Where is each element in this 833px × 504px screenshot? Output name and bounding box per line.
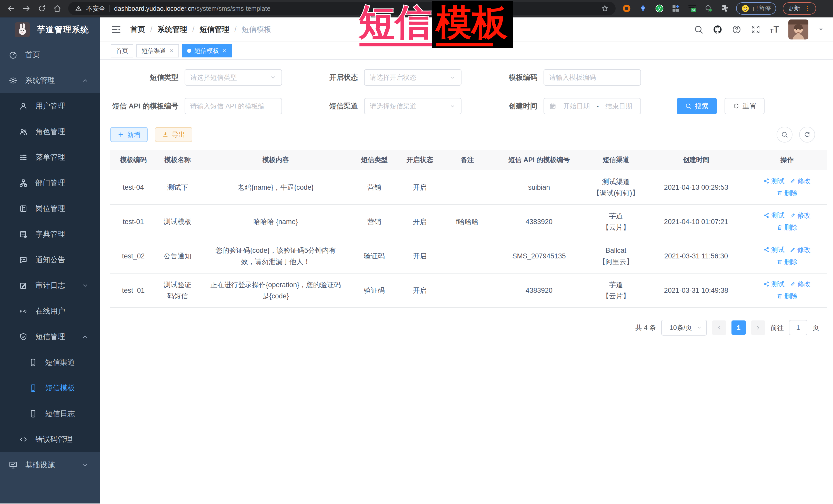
edit-link[interactable]: 修改 xyxy=(790,175,811,187)
breadcrumb-item[interactable]: 系统管理 xyxy=(158,24,187,34)
test-link[interactable]: 测试 xyxy=(763,210,785,221)
extension-tiles-icon[interactable] xyxy=(671,4,680,13)
help-icon[interactable] xyxy=(732,25,741,34)
close-icon[interactable]: × xyxy=(222,48,227,54)
download-icon xyxy=(162,131,169,138)
sidebar-item[interactable]: 短信日志 xyxy=(0,401,100,427)
chevron-up-icon xyxy=(81,77,89,84)
announce-icon xyxy=(19,256,28,264)
page-size-select[interactable]: 10条/页 xyxy=(661,320,707,336)
toggle-search-button[interactable] xyxy=(777,127,792,143)
breadcrumb-item[interactable]: 短信管理 xyxy=(199,24,229,34)
extension-ring-icon[interactable] xyxy=(622,4,631,13)
api-template-id-input[interactable] xyxy=(185,98,282,114)
sidebar-item-label: 错误码管理 xyxy=(35,434,73,445)
delete-link[interactable]: 删除 xyxy=(777,187,798,199)
channel-select[interactable]: 请选择短信渠道 xyxy=(364,98,461,114)
extensions-puzzle-icon[interactable] xyxy=(721,4,730,13)
tab-sms-channel[interactable]: 短信渠道 × xyxy=(136,44,179,57)
sms-type-select[interactable]: 请选择短信类型 xyxy=(185,69,282,86)
sms-template-table: 模板编码 模板名称 模板内容 短信类型 开启状态 备注 短信 API 的模板编号… xyxy=(110,150,827,308)
test-link[interactable]: 测试 xyxy=(763,279,785,290)
prev-page-button[interactable] xyxy=(712,320,727,335)
plus-icon xyxy=(117,131,124,138)
cell-sms-type: 验证码 xyxy=(353,239,396,273)
next-page-button[interactable] xyxy=(751,320,765,335)
reset-button[interactable]: 重置 xyxy=(724,98,765,114)
sidebar-item[interactable]: 岗位管理 xyxy=(0,196,100,221)
hamburger-icon[interactable] xyxy=(111,24,121,35)
sidebar-item[interactable]: 角色管理 xyxy=(0,119,100,145)
chevron-down-icon[interactable] xyxy=(817,26,824,33)
goto-page-input[interactable] xyxy=(789,320,807,335)
sidebar-item[interactable]: 短信管理 xyxy=(0,324,100,350)
template-code-input[interactable] xyxy=(544,69,641,86)
tab-home[interactable]: 首页 xyxy=(111,44,133,57)
cell-template-code: test-01 xyxy=(110,205,157,239)
current-page-button[interactable]: 1 xyxy=(732,320,746,335)
reload-icon[interactable] xyxy=(38,4,46,13)
extension-on-icon[interactable]: on xyxy=(688,4,697,13)
date-range-picker[interactable]: 开始日期 - 结束日期 xyxy=(544,98,641,114)
cell-status: 开启 xyxy=(396,205,444,239)
app-logo xyxy=(15,22,30,37)
cell-template-code: test-04 xyxy=(110,170,157,205)
add-button[interactable]: 新增 xyxy=(110,127,148,142)
sidebar-item[interactable]: 通知公告 xyxy=(0,247,100,273)
dict-icon xyxy=(19,230,28,239)
edit-link[interactable]: 修改 xyxy=(790,210,811,221)
test-link[interactable]: 测试 xyxy=(763,175,785,187)
create-time-label: 创建时间 xyxy=(469,101,544,111)
cell-created: 2021-04-13 00:29:53 xyxy=(645,170,747,205)
refresh-table-button[interactable] xyxy=(799,127,815,143)
sidebar-item[interactable]: 在线用户 xyxy=(0,298,100,324)
delete-link[interactable]: 删除 xyxy=(777,256,798,267)
sidebar-item[interactable]: 首页 xyxy=(0,42,100,68)
test-link[interactable]: 测试 xyxy=(763,244,785,255)
update-button[interactable]: 更新 xyxy=(783,2,816,15)
cell-remark xyxy=(444,273,491,308)
breadcrumb-item[interactable]: 首页 xyxy=(130,24,145,34)
bookmark-star-icon[interactable] xyxy=(601,4,609,13)
edit-link[interactable]: 修改 xyxy=(790,279,811,290)
refresh-icon xyxy=(733,103,739,110)
back-icon[interactable] xyxy=(7,4,16,13)
sidebar-item[interactable]: 审计日志 xyxy=(0,273,100,298)
sidebar-item[interactable]: 字典管理 xyxy=(0,221,100,247)
url-divider xyxy=(110,5,110,12)
home-icon[interactable] xyxy=(53,4,62,13)
tab-sms-template[interactable]: 短信模板 × xyxy=(182,44,232,57)
sidebar-item[interactable]: 基础设施 xyxy=(0,452,100,478)
sidebar-item[interactable]: 用户管理 xyxy=(0,93,100,119)
delete-link[interactable]: 删除 xyxy=(777,290,798,302)
forward-icon[interactable] xyxy=(22,4,31,13)
font-size-icon[interactable]: TT xyxy=(770,25,779,34)
close-icon[interactable]: × xyxy=(169,48,174,54)
search-icon[interactable] xyxy=(694,25,704,34)
export-button[interactable]: 导出 xyxy=(155,127,192,142)
sidebar-item[interactable]: 错误码管理 xyxy=(0,427,100,452)
emoji-face-icon xyxy=(741,4,749,13)
github-icon[interactable] xyxy=(713,25,722,34)
pagination: 共 4 条 10条/页 1 前往 页 xyxy=(110,320,827,336)
sidebar-item[interactable]: 短信渠道 xyxy=(0,350,100,375)
sidebar-item[interactable]: 系统管理 xyxy=(0,68,100,93)
sidebar-item[interactable]: 菜单管理 xyxy=(0,145,100,170)
sidebar-item[interactable]: 短信模板 xyxy=(0,375,100,401)
extension-y-icon[interactable]: y xyxy=(655,4,664,13)
search-button[interactable]: 搜索 xyxy=(677,98,717,114)
extension-gem-icon[interactable] xyxy=(639,4,647,13)
sidebar-item-label: 用户管理 xyxy=(35,101,65,111)
kebab-menu-icon[interactable] xyxy=(804,5,811,12)
delete-link[interactable]: 删除 xyxy=(777,222,798,233)
extension-cam-icon[interactable] xyxy=(704,4,713,13)
avatar[interactable] xyxy=(788,20,808,40)
paused-badge[interactable]: 已暂停 xyxy=(736,2,776,15)
fullscreen-icon[interactable] xyxy=(751,25,760,34)
sidebar-item[interactable]: 部门管理 xyxy=(0,170,100,196)
chevron-down-icon xyxy=(81,282,89,289)
col-template-code: 模板编码 xyxy=(110,150,157,170)
url-bar[interactable]: 不安全 dashboard.yudao.iocoder.cn/system/sm… xyxy=(68,2,616,15)
edit-link[interactable]: 修改 xyxy=(790,244,811,255)
status-select[interactable]: 请选择开启状态 xyxy=(364,69,461,86)
